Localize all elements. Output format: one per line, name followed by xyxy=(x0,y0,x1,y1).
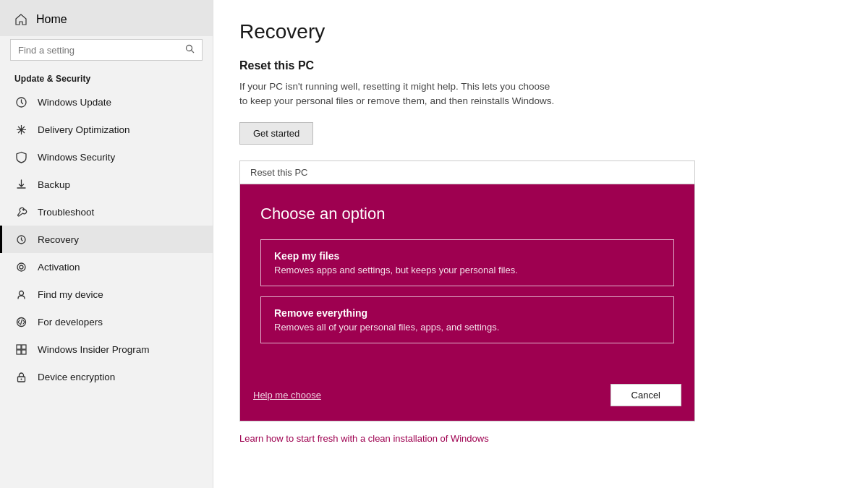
windows-security-label: Windows Security xyxy=(38,152,115,163)
delivery-optimization-label: Delivery Optimization xyxy=(38,124,130,135)
find-my-device-icon xyxy=(14,288,27,301)
sidebar-item-find-my-device[interactable]: Find my device xyxy=(0,281,213,308)
help-me-choose-link[interactable]: Help me choose xyxy=(253,390,321,401)
sidebar-item-windows-security[interactable]: Windows Security xyxy=(0,143,213,171)
option-remove-everything-desc: Removes all of your personal files, apps… xyxy=(274,322,660,333)
sidebar-item-activation[interactable]: Activation xyxy=(0,253,213,281)
search-icon xyxy=(185,44,195,56)
sidebar-item-for-developers[interactable]: For developers xyxy=(0,308,213,335)
windows-security-icon xyxy=(14,150,27,163)
windows-update-icon xyxy=(14,95,27,108)
svg-point-12 xyxy=(20,378,22,380)
reset-description: If your PC isn't running well, resetting… xyxy=(239,80,558,109)
sidebar: Home Update & Security Windows Update xyxy=(0,0,213,488)
home-icon xyxy=(14,13,27,26)
windows-update-label: Windows Update xyxy=(38,97,111,108)
troubleshoot-label: Troubleshoot xyxy=(38,207,94,218)
option-keep-my-files-desc: Removes apps and settings, but keeps you… xyxy=(274,265,660,275)
svg-rect-7 xyxy=(17,345,21,349)
svg-point-4 xyxy=(20,265,23,269)
activation-label: Activation xyxy=(38,262,80,273)
sidebar-home-label: Home xyxy=(36,13,67,26)
reset-panel-header: Reset this PC xyxy=(240,161,694,184)
svg-line-1 xyxy=(192,51,195,53)
choose-title: Choose an option xyxy=(260,205,674,223)
windows-insider-program-label: Windows Insider Program xyxy=(38,344,150,355)
svg-point-0 xyxy=(187,46,192,51)
sidebar-section-title: Update & Security xyxy=(0,68,213,88)
svg-rect-8 xyxy=(22,345,26,349)
sidebar-item-recovery[interactable]: Recovery xyxy=(0,226,213,253)
page-title: Recovery xyxy=(239,20,842,43)
sidebar-item-delivery-optimization[interactable]: Delivery Optimization xyxy=(0,116,213,143)
reset-section-title: Reset this PC xyxy=(239,59,842,72)
activation-icon xyxy=(14,260,27,273)
get-started-button[interactable]: Get started xyxy=(239,122,313,145)
troubleshoot-icon xyxy=(14,205,27,218)
svg-rect-10 xyxy=(22,350,26,354)
learn-link[interactable]: Learn how to start fresh with a clean in… xyxy=(239,433,842,444)
option-keep-my-files[interactable]: Keep my files Removes apps and settings,… xyxy=(260,239,674,286)
option-remove-everything-title: Remove everything xyxy=(274,307,660,319)
svg-point-3 xyxy=(17,263,25,271)
reset-section: Reset this PC If your PC isn't running w… xyxy=(239,59,842,160)
main-content: Recovery Reset this PC If your PC isn't … xyxy=(213,0,868,488)
svg-point-5 xyxy=(19,291,23,295)
for-developers-label: For developers xyxy=(38,317,103,328)
recovery-label: Recovery xyxy=(38,234,79,245)
find-my-device-label: Find my device xyxy=(38,289,103,300)
backup-label: Backup xyxy=(38,179,70,190)
delivery-optimization-icon xyxy=(14,123,27,136)
recovery-icon xyxy=(14,233,27,246)
sidebar-item-troubleshoot[interactable]: Troubleshoot xyxy=(0,198,213,226)
reset-panel: Reset this PC Choose an option Keep my f… xyxy=(239,160,695,421)
sidebar-item-device-encryption[interactable]: Device encryption xyxy=(0,363,213,390)
sidebar-item-home[interactable]: Home xyxy=(0,0,213,36)
reset-panel-body: Choose an option Keep my files Removes a… xyxy=(240,184,694,374)
device-encryption-icon xyxy=(14,370,27,383)
sidebar-item-backup[interactable]: Backup xyxy=(0,171,213,198)
sidebar-item-windows-update[interactable]: Windows Update xyxy=(0,88,213,116)
sidebar-item-windows-insider-program[interactable]: Windows Insider Program xyxy=(0,335,213,363)
backup-icon xyxy=(14,178,27,191)
cancel-button[interactable]: Cancel xyxy=(610,384,681,406)
search-box[interactable] xyxy=(10,39,203,61)
option-remove-everything[interactable]: Remove everything Removes all of your pe… xyxy=(260,296,674,343)
option-keep-my-files-title: Keep my files xyxy=(274,250,660,262)
windows-insider-program-icon xyxy=(14,343,27,356)
search-input[interactable] xyxy=(18,45,185,56)
reset-panel-footer: Help me choose Cancel xyxy=(240,374,694,421)
svg-rect-9 xyxy=(17,350,21,354)
for-developers-icon xyxy=(14,315,27,328)
device-encryption-label: Device encryption xyxy=(38,372,115,382)
